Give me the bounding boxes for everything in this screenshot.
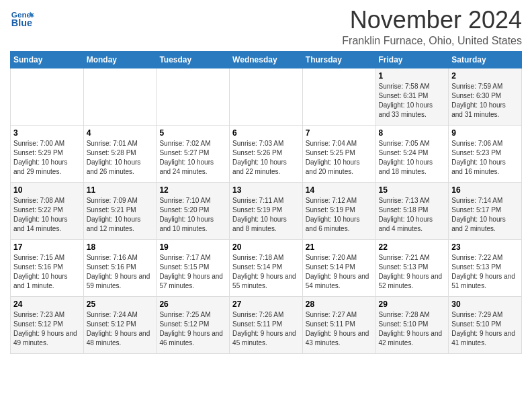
day-cell <box>83 68 157 125</box>
day-cell <box>11 68 84 125</box>
week-row-4: 24Sunrise: 7:23 AM Sunset: 5:12 PM Dayli… <box>11 296 522 353</box>
calendar-table: Sunday Monday Tuesday Wednesday Thursday… <box>10 51 522 354</box>
day-cell: 15Sunrise: 7:13 AM Sunset: 5:18 PM Dayli… <box>375 182 449 239</box>
day-number: 13 <box>232 185 300 195</box>
day-cell: 30Sunrise: 7:29 AM Sunset: 5:10 PM Dayli… <box>449 296 522 353</box>
logo: General Blue <box>10 7 34 31</box>
day-number: 30 <box>451 300 519 309</box>
day-cell: 7Sunrise: 7:04 AM Sunset: 5:25 PM Daylig… <box>302 125 375 182</box>
day-number: 24 <box>13 300 81 309</box>
day-number: 4 <box>87 128 154 138</box>
day-info: Sunrise: 7:14 AM Sunset: 5:17 PM Dayligh… <box>451 196 519 234</box>
header-row: Sunday Monday Tuesday Wednesday Thursday… <box>11 51 522 68</box>
day-number: 15 <box>379 185 446 195</box>
calendar-body: 1Sunrise: 7:58 AM Sunset: 6:31 PM Daylig… <box>11 68 522 353</box>
day-info: Sunrise: 7:29 AM Sunset: 5:10 PM Dayligh… <box>451 310 519 348</box>
day-number: 11 <box>87 185 154 195</box>
day-number: 17 <box>13 242 81 252</box>
header-tuesday: Tuesday <box>157 51 230 68</box>
header-saturday: Saturday <box>449 51 522 68</box>
day-info: Sunrise: 7:11 AM Sunset: 5:19 PM Dayligh… <box>232 196 300 234</box>
day-cell: 5Sunrise: 7:02 AM Sunset: 5:27 PM Daylig… <box>157 125 230 182</box>
day-cell <box>230 68 303 125</box>
day-cell: 10Sunrise: 7:08 AM Sunset: 5:22 PM Dayli… <box>11 182 84 239</box>
day-cell <box>157 68 230 125</box>
day-cell: 2Sunrise: 7:59 AM Sunset: 6:30 PM Daylig… <box>449 68 522 125</box>
day-cell <box>302 68 375 125</box>
svg-text:Blue: Blue <box>11 17 32 28</box>
day-info: Sunrise: 7:03 AM Sunset: 5:26 PM Dayligh… <box>232 139 300 177</box>
day-info: Sunrise: 7:58 AM Sunset: 6:31 PM Dayligh… <box>379 82 446 120</box>
day-number: 10 <box>13 185 81 195</box>
day-cell: 6Sunrise: 7:03 AM Sunset: 5:26 PM Daylig… <box>230 125 303 182</box>
day-number: 25 <box>87 300 154 309</box>
day-cell: 19Sunrise: 7:17 AM Sunset: 5:15 PM Dayli… <box>157 239 230 296</box>
day-number: 5 <box>159 128 226 138</box>
day-number: 29 <box>379 300 446 309</box>
day-info: Sunrise: 7:24 AM Sunset: 5:12 PM Dayligh… <box>87 310 154 348</box>
day-cell: 12Sunrise: 7:10 AM Sunset: 5:20 PM Dayli… <box>157 182 230 239</box>
week-row-3: 17Sunrise: 7:15 AM Sunset: 5:16 PM Dayli… <box>11 239 522 296</box>
day-info: Sunrise: 7:12 AM Sunset: 5:19 PM Dayligh… <box>306 196 373 234</box>
day-info: Sunrise: 7:02 AM Sunset: 5:27 PM Dayligh… <box>159 139 226 177</box>
day-cell: 14Sunrise: 7:12 AM Sunset: 5:19 PM Dayli… <box>302 182 375 239</box>
day-info: Sunrise: 7:08 AM Sunset: 5:22 PM Dayligh… <box>13 196 81 234</box>
day-cell: 11Sunrise: 7:09 AM Sunset: 5:21 PM Dayli… <box>83 182 157 239</box>
day-number: 19 <box>159 242 226 252</box>
day-info: Sunrise: 7:16 AM Sunset: 5:16 PM Dayligh… <box>87 253 154 291</box>
location: Franklin Furnace, Ohio, United States <box>342 35 522 47</box>
month-title: November 2024 <box>342 7 522 34</box>
day-cell: 17Sunrise: 7:15 AM Sunset: 5:16 PM Dayli… <box>11 239 84 296</box>
day-info: Sunrise: 7:05 AM Sunset: 5:24 PM Dayligh… <box>379 139 446 177</box>
day-info: Sunrise: 7:17 AM Sunset: 5:15 PM Dayligh… <box>159 253 226 291</box>
day-number: 16 <box>451 185 519 195</box>
day-cell: 9Sunrise: 7:06 AM Sunset: 5:23 PM Daylig… <box>449 125 522 182</box>
day-number: 7 <box>306 128 373 138</box>
day-number: 14 <box>306 185 373 195</box>
day-info: Sunrise: 7:22 AM Sunset: 5:13 PM Dayligh… <box>451 253 519 291</box>
day-number: 2 <box>451 71 519 81</box>
day-info: Sunrise: 7:01 AM Sunset: 5:28 PM Dayligh… <box>87 139 154 177</box>
day-cell: 23Sunrise: 7:22 AM Sunset: 5:13 PM Dayli… <box>449 239 522 296</box>
day-number: 23 <box>451 242 519 252</box>
day-number: 1 <box>379 71 446 81</box>
day-number: 27 <box>232 300 300 309</box>
week-row-0: 1Sunrise: 7:58 AM Sunset: 6:31 PM Daylig… <box>11 68 522 125</box>
day-cell: 16Sunrise: 7:14 AM Sunset: 5:17 PM Dayli… <box>449 182 522 239</box>
day-number: 28 <box>306 300 373 309</box>
day-info: Sunrise: 7:00 AM Sunset: 5:29 PM Dayligh… <box>13 139 81 177</box>
day-info: Sunrise: 7:06 AM Sunset: 5:23 PM Dayligh… <box>451 139 519 177</box>
day-info: Sunrise: 7:20 AM Sunset: 5:14 PM Dayligh… <box>306 253 373 291</box>
day-cell: 21Sunrise: 7:20 AM Sunset: 5:14 PM Dayli… <box>302 239 375 296</box>
day-info: Sunrise: 7:15 AM Sunset: 5:16 PM Dayligh… <box>13 253 81 291</box>
day-cell: 13Sunrise: 7:11 AM Sunset: 5:19 PM Dayli… <box>230 182 303 239</box>
day-info: Sunrise: 7:59 AM Sunset: 6:30 PM Dayligh… <box>451 82 519 120</box>
day-number: 8 <box>379 128 446 138</box>
day-info: Sunrise: 7:04 AM Sunset: 5:25 PM Dayligh… <box>306 139 373 177</box>
day-info: Sunrise: 7:27 AM Sunset: 5:11 PM Dayligh… <box>306 310 373 348</box>
day-number: 9 <box>451 128 519 138</box>
day-number: 12 <box>159 185 226 195</box>
day-number: 21 <box>306 242 373 252</box>
day-cell: 18Sunrise: 7:16 AM Sunset: 5:16 PM Dayli… <box>83 239 157 296</box>
day-cell: 3Sunrise: 7:00 AM Sunset: 5:29 PM Daylig… <box>11 125 84 182</box>
day-cell: 20Sunrise: 7:18 AM Sunset: 5:14 PM Dayli… <box>230 239 303 296</box>
day-info: Sunrise: 7:28 AM Sunset: 5:10 PM Dayligh… <box>379 310 446 348</box>
day-info: Sunrise: 7:25 AM Sunset: 5:12 PM Dayligh… <box>159 310 226 348</box>
day-info: Sunrise: 7:23 AM Sunset: 5:12 PM Dayligh… <box>13 310 81 348</box>
title-area: November 2024 Franklin Furnace, Ohio, Un… <box>342 7 522 47</box>
day-number: 26 <box>159 300 226 309</box>
day-cell: 1Sunrise: 7:58 AM Sunset: 6:31 PM Daylig… <box>375 68 449 125</box>
day-cell: 24Sunrise: 7:23 AM Sunset: 5:12 PM Dayli… <box>11 296 84 353</box>
day-cell: 28Sunrise: 7:27 AM Sunset: 5:11 PM Dayli… <box>302 296 375 353</box>
day-info: Sunrise: 7:21 AM Sunset: 5:13 PM Dayligh… <box>379 253 446 291</box>
day-info: Sunrise: 7:09 AM Sunset: 5:21 PM Dayligh… <box>87 196 154 234</box>
day-cell: 22Sunrise: 7:21 AM Sunset: 5:13 PM Dayli… <box>375 239 449 296</box>
day-info: Sunrise: 7:10 AM Sunset: 5:20 PM Dayligh… <box>159 196 226 234</box>
day-cell: 26Sunrise: 7:25 AM Sunset: 5:12 PM Dayli… <box>157 296 230 353</box>
day-number: 20 <box>232 242 300 252</box>
day-number: 18 <box>87 242 154 252</box>
day-number: 22 <box>379 242 446 252</box>
day-cell: 27Sunrise: 7:26 AM Sunset: 5:11 PM Dayli… <box>230 296 303 353</box>
header: General Blue November 2024 Franklin Furn… <box>10 7 522 47</box>
